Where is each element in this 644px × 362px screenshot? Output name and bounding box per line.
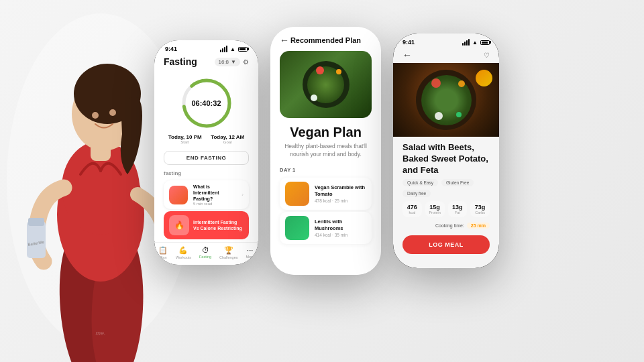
nav-more[interactable]: ··· More [246,246,254,259]
fasting-badge: 16:8 ▼ [215,58,241,66]
timer-display: 06:40:32 [191,99,221,107]
tag-dairy-free: Dairy free [402,190,431,197]
card-image-1 [169,186,188,204]
nutrition-carbs: 73g Carbs [470,201,490,217]
topping-2 [336,69,341,74]
day-label: DAY 1 [270,164,381,176]
status-bar-1: 9:41 ▲ [154,40,258,55]
settings-icon-1[interactable]: ⚙ [243,58,249,66]
timer-circle: 06:40:32 [180,76,233,130]
meal-image-2 [285,216,309,240]
end-fasting-button[interactable]: END FASTING [164,151,249,165]
signal-icon-1 [220,46,227,52]
salad-potato [458,80,465,87]
phone-recipe-detail: 9:41 ▲ ← ♡ [393,34,499,268]
salad-inner [421,75,472,125]
log-meal-button[interactable]: LOG MEAL [402,235,490,254]
cooking-time-row: Cooking time: 25 min [393,221,499,233]
svg-rect-11 [28,218,44,226]
recipe-tags: Quick & Easy Gluten Free Dairy free [393,179,499,201]
fasting-header: Fasting 16:8 ▼ ⚙ [154,55,258,71]
food-bowl [303,61,350,108]
meal-name-2: Lentils with Mushrooms [315,219,366,232]
time-1: 9:41 [165,46,177,52]
fasting-title: Fasting [164,56,197,67]
nutrition-kcal: 476 kcal [402,201,422,217]
bottom-nav-1: 📋 Plan 💪 Workouts ⏱ Fasting 🏆 Challenges… [154,242,258,265]
meal-name-1: Vegan Scramble with Tomato [315,184,366,198]
nav-challenges[interactable]: 🏆 Challenges [219,246,238,259]
tag-quick-easy: Quick & Easy [402,179,438,186]
topping-3 [311,95,317,101]
svg-text:me.: me. [95,330,105,337]
wifi-icon-3: ▲ [472,40,478,46]
meal-info-1: Vegan Scramble with Tomato 478 kcal · 25… [315,184,366,203]
svg-point-9 [109,109,116,116]
challenges-icon: 🏆 [224,246,233,255]
recipe-header: ← ♡ [393,48,499,63]
orange-decoration [476,70,492,86]
card-text-1: What is Intermittent Fasting? 5 min read [193,184,236,206]
heart-icon[interactable]: ♡ [484,52,490,59]
phone-fasting-screen: 9:41 ▲ Fasting 16:8 ▼ [154,40,258,265]
tag-gluten-free: Gluten Free [441,179,474,186]
meal-meta-1: 478 kcal · 25 min [315,198,366,203]
time-3: 9:41 [402,39,415,46]
plan-food-image [280,51,372,118]
fasting-card-featured[interactable]: 🔥 Intermittent Fasting Vs Calorie Restri… [164,211,249,239]
more-icon: ··· [247,246,253,254]
cooking-time-label: Cooking time: [435,223,464,228]
svg-point-8 [92,112,99,119]
nutrition-fat: 13g Fat [448,201,468,217]
nav-plan[interactable]: 📋 Plan [158,246,168,259]
phone-recommended-plan: ← Recommended Plan Vegan Plan Healthy pl… [270,27,381,275]
battery-icon-3 [480,40,490,45]
nutrition-protein: 15g Protein [425,201,445,217]
fasting-icon: ⏱ [202,246,209,254]
fasting-card-1[interactable]: What is Intermittent Fasting? 5 min read… [164,180,249,209]
timer-section: 06:40:32 [154,71,258,134]
meal-info-2: Lentils with Mushrooms 414 kcal · 35 min [315,219,366,237]
signal-icon-3 [462,39,470,46]
status-bar-3: 9:41 ▲ [393,34,499,48]
wifi-icon-1: ▲ [230,46,235,52]
cooking-time-badge: 25 min [467,223,490,229]
topping-1 [316,66,324,74]
featured-card-image: 🔥 [169,215,189,235]
salad-feta [435,112,443,120]
phone-fasting: 9:41 ▲ Fasting 16:8 ▼ [154,40,258,265]
time-labels: Today, 10 PM Start Today, 12 AM Goal [154,134,258,148]
start-time: Today, 10 PM Start [168,134,202,144]
card-arrow-1: › [241,192,244,198]
vegan-plan-title: Vegan Plan [270,118,381,143]
salad-beet [431,78,441,88]
plan-header-title: Recommended Plan [290,36,361,44]
phone-plan-screen: ← Recommended Plan Vegan Plan Healthy pl… [270,27,381,275]
back-button-2[interactable]: ← [280,35,289,46]
workouts-icon: 💪 [178,246,188,255]
recipe-food-image [393,63,499,137]
phones-container: 9:41 ▲ Fasting 16:8 ▼ [154,20,499,275]
battery-icon-1 [238,47,248,52]
plan-header: ← Recommended Plan [270,27,381,51]
goal-time: Today, 12 AM Goal [211,134,244,144]
recipe-title: Salad with Beets, Baked Sweet Potato, an… [393,137,499,179]
meal-meta-2: 414 kcal · 35 min [315,233,366,237]
fasting-section-title: fasting [154,168,258,178]
back-button-3[interactable]: ← [402,50,412,60]
plan-icon: 📋 [158,246,168,255]
phone-recipe-screen: 9:41 ▲ ← ♡ [393,34,499,268]
meal-image-1 [285,182,309,206]
nav-workouts[interactable]: 💪 Workouts [176,246,191,259]
meal-card-1[interactable]: Vegan Scramble with Tomato 478 kcal · 25… [280,178,372,210]
salad-greens [456,112,462,117]
salad-bowl [416,70,476,130]
nutrition-row: 476 kcal 15g Protein 13g Fat 73g Carbs [393,201,499,221]
nav-fasting[interactable]: ⏱ Fasting [199,246,211,259]
vegan-plan-description: Healthy plant-based meals that'll nouris… [270,143,381,164]
meal-card-2[interactable]: Lentils with Mushrooms 414 kcal · 35 min [280,212,372,244]
